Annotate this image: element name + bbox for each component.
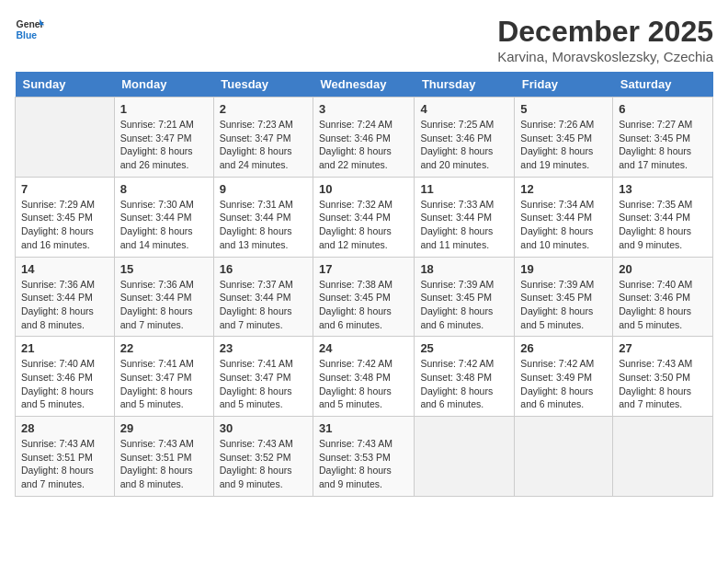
calendar-cell: 19Sunrise: 7:39 AMSunset: 3:45 PMDayligh… [515,257,613,337]
calendar-cell: 25Sunrise: 7:42 AMSunset: 3:48 PMDayligh… [415,337,515,417]
calendar-cell: 24Sunrise: 7:42 AMSunset: 3:48 PMDayligh… [313,337,415,417]
calendar-cell: 18Sunrise: 7:39 AMSunset: 3:45 PMDayligh… [415,257,515,337]
day-number: 4 [420,102,508,116]
day-number: 16 [220,262,307,276]
calendar-cell: 9Sunrise: 7:31 AMSunset: 3:44 PMDaylight… [213,177,313,257]
day-info: Sunrise: 7:41 AMSunset: 3:47 PMDaylight:… [220,357,307,411]
calendar-cell: 16Sunrise: 7:37 AMSunset: 3:44 PMDayligh… [213,257,313,337]
day-info: Sunrise: 7:42 AMSunset: 3:48 PMDaylight:… [420,357,508,411]
day-info: Sunrise: 7:40 AMSunset: 3:46 PMDaylight:… [21,357,108,411]
day-info: Sunrise: 7:41 AMSunset: 3:47 PMDaylight:… [120,357,208,411]
day-info: Sunrise: 7:43 AMSunset: 3:53 PMDaylight:… [319,437,408,491]
day-number: 23 [220,341,307,355]
day-info: Sunrise: 7:39 AMSunset: 3:45 PMDaylight:… [520,278,607,332]
calendar-cell: 8Sunrise: 7:30 AMSunset: 3:44 PMDaylight… [114,177,213,257]
svg-text:Blue: Blue [17,30,38,40]
calendar-cell: 12Sunrise: 7:34 AMSunset: 3:44 PMDayligh… [515,177,613,257]
calendar-body: 1Sunrise: 7:21 AMSunset: 3:47 PMDaylight… [16,98,713,497]
day-info: Sunrise: 7:39 AMSunset: 3:45 PMDaylight:… [420,278,508,332]
day-number: 15 [120,262,208,276]
day-info: Sunrise: 7:36 AMSunset: 3:44 PMDaylight:… [120,278,208,332]
day-info: Sunrise: 7:24 AMSunset: 3:46 PMDaylight:… [319,118,408,172]
calendar-cell: 3Sunrise: 7:24 AMSunset: 3:46 PMDaylight… [313,98,415,178]
day-info: Sunrise: 7:23 AMSunset: 3:47 PMDaylight:… [220,118,307,172]
day-info: Sunrise: 7:42 AMSunset: 3:49 PMDaylight:… [520,357,607,411]
day-number: 2 [220,102,307,116]
day-number: 30 [220,421,307,435]
day-number: 8 [120,182,208,196]
calendar-cell: 15Sunrise: 7:36 AMSunset: 3:44 PMDayligh… [114,257,213,337]
calendar-cell: 17Sunrise: 7:38 AMSunset: 3:45 PMDayligh… [313,257,415,337]
calendar-cell: 20Sunrise: 7:40 AMSunset: 3:46 PMDayligh… [613,257,713,337]
calendar-cell: 10Sunrise: 7:32 AMSunset: 3:44 PMDayligh… [313,177,415,257]
day-number: 21 [21,341,108,355]
title-block: December 2025 Karvina, Moravskoslezsky, … [497,15,713,64]
day-number: 14 [21,262,108,276]
day-info: Sunrise: 7:36 AMSunset: 3:44 PMDaylight:… [21,278,108,332]
location: Karvina, Moravskoslezsky, Czechia [497,49,713,64]
day-info: Sunrise: 7:32 AMSunset: 3:44 PMDaylight:… [319,198,408,252]
day-number: 6 [619,102,707,116]
calendar-cell: 23Sunrise: 7:41 AMSunset: 3:47 PMDayligh… [213,337,313,417]
day-number: 31 [319,421,408,435]
day-info: Sunrise: 7:37 AMSunset: 3:44 PMDaylight:… [220,278,307,332]
day-number: 27 [619,341,707,355]
calendar-week-5: 28Sunrise: 7:43 AMSunset: 3:51 PMDayligh… [16,417,713,497]
calendar-cell: 14Sunrise: 7:36 AMSunset: 3:44 PMDayligh… [16,257,115,337]
calendar-cell: 4Sunrise: 7:25 AMSunset: 3:46 PMDaylight… [415,98,515,178]
day-info: Sunrise: 7:43 AMSunset: 3:51 PMDaylight:… [21,437,108,491]
calendar-cell: 21Sunrise: 7:40 AMSunset: 3:46 PMDayligh… [16,337,115,417]
weekday-thursday: Thursday [415,72,515,98]
day-info: Sunrise: 7:40 AMSunset: 3:46 PMDaylight:… [619,278,707,332]
day-number: 17 [319,262,408,276]
weekday-sunday: Sunday [16,72,115,98]
logo: General Blue [15,15,44,44]
calendar-cell: 6Sunrise: 7:27 AMSunset: 3:45 PMDaylight… [613,98,713,178]
weekday-wednesday: Wednesday [313,72,415,98]
day-info: Sunrise: 7:43 AMSunset: 3:51 PMDaylight:… [120,437,208,491]
calendar-cell: 31Sunrise: 7:43 AMSunset: 3:53 PMDayligh… [313,417,415,497]
day-info: Sunrise: 7:43 AMSunset: 3:50 PMDaylight:… [619,357,707,411]
calendar-week-4: 21Sunrise: 7:40 AMSunset: 3:46 PMDayligh… [16,337,713,417]
day-number: 3 [319,102,408,116]
weekday-saturday: Saturday [613,72,713,98]
calendar-week-2: 7Sunrise: 7:29 AMSunset: 3:45 PMDaylight… [16,177,713,257]
calendar-cell: 22Sunrise: 7:41 AMSunset: 3:47 PMDayligh… [114,337,213,417]
day-number: 18 [420,262,508,276]
weekday-header-row: SundayMondayTuesdayWednesdayThursdayFrid… [16,72,713,98]
day-info: Sunrise: 7:25 AMSunset: 3:46 PMDaylight:… [420,118,508,172]
day-number: 28 [21,421,108,435]
calendar-cell [415,417,515,497]
day-number: 26 [520,341,607,355]
day-number: 22 [120,341,208,355]
calendar-cell: 1Sunrise: 7:21 AMSunset: 3:47 PMDaylight… [114,98,213,178]
calendar-cell: 28Sunrise: 7:43 AMSunset: 3:51 PMDayligh… [16,417,115,497]
day-info: Sunrise: 7:43 AMSunset: 3:52 PMDaylight:… [220,437,307,491]
day-number: 24 [319,341,408,355]
day-number: 7 [21,182,108,196]
month-title: December 2025 [497,15,713,49]
day-number: 12 [520,182,607,196]
weekday-tuesday: Tuesday [213,72,313,98]
calendar-week-1: 1Sunrise: 7:21 AMSunset: 3:47 PMDaylight… [16,98,713,178]
calendar-cell: 11Sunrise: 7:33 AMSunset: 3:44 PMDayligh… [415,177,515,257]
calendar-cell: 13Sunrise: 7:35 AMSunset: 3:44 PMDayligh… [613,177,713,257]
day-info: Sunrise: 7:26 AMSunset: 3:45 PMDaylight:… [520,118,607,172]
day-number: 25 [420,341,508,355]
calendar-cell: 2Sunrise: 7:23 AMSunset: 3:47 PMDaylight… [213,98,313,178]
day-info: Sunrise: 7:27 AMSunset: 3:45 PMDaylight:… [619,118,707,172]
day-info: Sunrise: 7:29 AMSunset: 3:45 PMDaylight:… [21,198,108,252]
calendar-cell: 26Sunrise: 7:42 AMSunset: 3:49 PMDayligh… [515,337,613,417]
day-info: Sunrise: 7:33 AMSunset: 3:44 PMDaylight:… [420,198,508,252]
day-number: 19 [520,262,607,276]
day-info: Sunrise: 7:35 AMSunset: 3:44 PMDaylight:… [619,198,707,252]
calendar-cell: 30Sunrise: 7:43 AMSunset: 3:52 PMDayligh… [213,417,313,497]
calendar-week-3: 14Sunrise: 7:36 AMSunset: 3:44 PMDayligh… [16,257,713,337]
weekday-monday: Monday [114,72,213,98]
calendar-cell [16,98,115,178]
day-info: Sunrise: 7:30 AMSunset: 3:44 PMDaylight:… [120,198,208,252]
calendar-cell [515,417,613,497]
day-info: Sunrise: 7:21 AMSunset: 3:47 PMDaylight:… [120,118,208,172]
day-info: Sunrise: 7:38 AMSunset: 3:45 PMDaylight:… [319,278,408,332]
day-number: 1 [120,102,208,116]
